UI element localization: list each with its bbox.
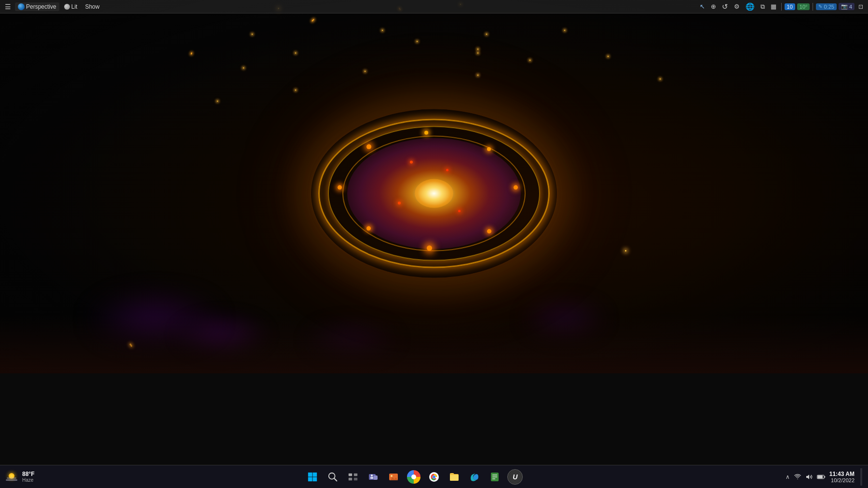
grid-button[interactable]: ▦ (769, 2, 778, 11)
weather-widget[interactable]: 88°F Haze (0, 470, 48, 484)
ue-icon: U (507, 469, 523, 485)
toolbar-left: ☰ Perspective Lit Show (3, 2, 102, 12)
task-view-icon (348, 472, 358, 482)
scene-spark-5 (252, 34, 253, 35)
scene-spark-12 (660, 79, 661, 79)
svg-rect-8 (349, 477, 352, 480)
scene-spark-16 (365, 71, 366, 72)
scene-spark-21 (625, 250, 626, 251)
disk-particle-5 (366, 226, 371, 230)
scene-spark-22 (129, 343, 132, 347)
svg-rect-3 (313, 477, 317, 481)
teams-icon (367, 471, 379, 483)
realtime-button[interactable]: ↺ (720, 1, 730, 12)
scene-spark-20 (417, 41, 418, 42)
camera-value: 4 (849, 4, 852, 10)
transform-button[interactable]: ⊕ (709, 2, 718, 11)
svg-marker-23 (806, 475, 809, 479)
snap-button[interactable]: ⧉ (759, 2, 767, 12)
toolbar-sep-1 (781, 3, 782, 11)
toolbar-sep-2 (813, 3, 813, 11)
svg-line-5 (334, 478, 337, 481)
hamburger-button[interactable]: ☰ (3, 2, 13, 12)
taskbar-system-tray: ∧ 11:43 AM 10/2/ (780, 468, 868, 486)
svg-point-18 (433, 475, 435, 478)
weather-description: Haze (22, 477, 34, 483)
camera-badge[interactable]: 📷 4 (839, 3, 854, 10)
svg-rect-6 (349, 473, 352, 476)
disk-particle-3 (338, 185, 342, 189)
disk-particle-8 (424, 131, 428, 135)
disk-spark-red-2 (446, 169, 448, 171)
weather-temperature: 88°F (22, 471, 34, 477)
particle-disk (313, 111, 555, 275)
select-mode-button[interactable]: ↖ (698, 2, 707, 11)
chrome-alt-button[interactable] (425, 468, 443, 486)
weather-text: 88°F Haze (22, 471, 34, 483)
weather-icon (6, 470, 19, 484)
battery-icon (817, 474, 826, 480)
toolbar-right: ↖ ⊕ ↺ ⚙ 🌐 ⧉ ▦ 10 10° ✎ 0:25 (698, 1, 865, 12)
scene-spark-15 (295, 90, 296, 91)
svg-point-12 (371, 475, 373, 476)
svg-rect-26 (817, 475, 823, 478)
unreal-engine-button[interactable]: U (506, 468, 524, 486)
expand-tray-button[interactable]: ∧ (786, 474, 790, 480)
taskbar-apps: U (48, 468, 780, 486)
system-tray-icons[interactable]: ∧ (786, 473, 826, 481)
viewport[interactable]: ☰ Perspective Lit Show ↖ ⊕ ↺ (0, 0, 868, 373)
show-label-text: Show (85, 3, 99, 10)
volume-icon (805, 473, 813, 481)
maximize-button[interactable]: ⊡ (856, 2, 865, 11)
grid-size-badge[interactable]: 10 (785, 3, 795, 10)
perspective-icon (18, 3, 25, 10)
disk-spark-red-4 (458, 210, 461, 212)
scene-spark-18 (529, 60, 530, 61)
lit-icon (64, 4, 70, 10)
scene-spark-19 (295, 53, 296, 53)
scene-spark-13 (477, 53, 478, 53)
disk-particle-2 (487, 147, 491, 151)
scene-spark-8 (564, 30, 565, 31)
scene-spark-9 (190, 52, 192, 54)
clock-time: 11:43 AM (829, 471, 854, 477)
svg-rect-7 (354, 473, 357, 476)
taskbar-clock[interactable]: 11:43 AM 10/2/2022 (829, 471, 854, 483)
chrome-icon (407, 470, 420, 484)
google-icon (428, 471, 440, 483)
file-explorer-button[interactable] (446, 468, 463, 486)
taskbar: 88°F Haze (0, 465, 868, 488)
photos-button[interactable] (385, 468, 402, 486)
svg-rect-2 (308, 477, 312, 481)
time-badge[interactable]: ✎ 0:25 (816, 3, 836, 10)
disk-spark-red-1 (410, 160, 413, 163)
clock-date: 10/2/2022 (829, 477, 854, 483)
world-button[interactable]: 🌐 (744, 1, 757, 12)
notepad-button[interactable] (486, 468, 503, 486)
lit-dropdown[interactable]: Lit (61, 2, 81, 11)
time-value: 0:25 (824, 4, 834, 10)
purple-glow-right (521, 303, 608, 336)
svg-rect-1 (313, 472, 317, 476)
windows-start-button[interactable] (304, 468, 321, 486)
purple-glow-bottom-left (87, 295, 222, 343)
svg-rect-9 (354, 477, 357, 480)
angle-badge[interactable]: 10° (797, 3, 810, 10)
disk-center-bright (415, 179, 453, 208)
top-toolbar: ☰ Perspective Lit Show ↖ ⊕ ↺ (0, 0, 868, 13)
show-dropdown[interactable]: Show (82, 2, 102, 11)
settings-button[interactable]: ⚙ (732, 2, 742, 11)
purple-glow-bottom-center (304, 326, 400, 355)
edge-button[interactable] (466, 468, 483, 486)
svg-rect-25 (824, 476, 825, 477)
task-view-button[interactable] (344, 468, 362, 486)
wifi-icon (794, 473, 801, 481)
scene-spark-6 (382, 30, 383, 31)
search-button[interactable] (324, 468, 341, 486)
teams-button[interactable] (365, 468, 382, 486)
perspective-dropdown[interactable]: Perspective (15, 2, 59, 11)
show-desktop-button[interactable] (860, 468, 862, 486)
photos-icon (388, 471, 399, 483)
chrome-button[interactable] (405, 468, 422, 486)
search-icon (327, 472, 338, 482)
